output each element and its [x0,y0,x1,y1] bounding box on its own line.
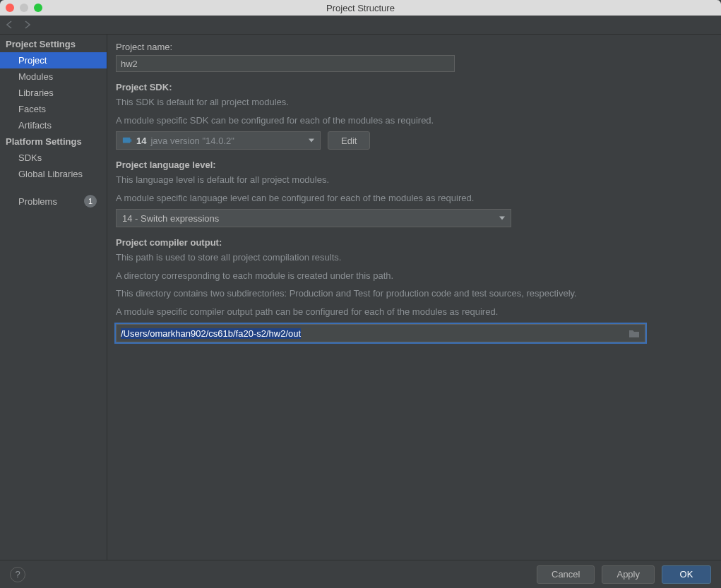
project-name-input[interactable] [116,55,455,72]
apply-button[interactable]: Apply [602,565,655,584]
sdk-help-2: A module specific SDK can be configured … [116,114,710,128]
window-title: Project Structure [0,3,721,13]
sidebar-item-global-libraries[interactable]: Global Libraries [0,166,107,182]
sidebar-item-artifacts[interactable]: Artifacts [0,117,107,133]
sidebar-item-project[interactable]: Project [0,52,107,68]
ok-button[interactable]: OK [662,565,711,584]
chevron-down-icon [309,139,314,143]
svg-rect-0 [123,138,131,143]
sidebar-item-modules[interactable]: Modules [0,68,107,85]
sdk-help-1: This SDK is default for all project modu… [116,95,710,109]
lang-help-1: This language level is default for all p… [116,173,710,187]
folder-icon[interactable] [628,328,640,338]
co-help-1: This path is used to store all project c… [116,251,710,265]
sdk-number: 14 [136,136,146,146]
project-sdk-label: Project SDK: [116,82,710,92]
content-panel: Project name: Project SDK: This SDK is d… [107,35,721,560]
sidebar-item-problems-label: Problems [18,196,57,207]
titlebar: Project Structure [0,0,721,16]
co-help-4: A module specific compiler output path c… [116,305,710,319]
nav-forward-icon[interactable] [23,20,32,29]
project-name-label: Project name: [116,42,710,52]
sidebar-header-platform-settings: Platform Settings [0,133,107,150]
sidebar-item-facets[interactable]: Facets [0,101,107,117]
sdk-version: java version "14.0.2" [150,136,234,146]
nav-arrows [0,16,721,34]
co-help-2: A directory corresponding to each module… [116,269,710,283]
co-help-3: This directory contains two subdirectori… [116,287,710,301]
chevron-down-icon [499,217,505,220]
jdk-icon [122,136,132,145]
nav-back-icon[interactable] [6,20,16,29]
language-level-value: 14 - Switch expressions [122,213,219,224]
sidebar-item-libraries[interactable]: Libraries [0,85,107,101]
dialog-footer: ? Cancel Apply OK [0,560,721,588]
compiler-output-input[interactable] [116,324,645,342]
svg-rect-1 [130,139,131,142]
language-level-label: Project language level: [116,160,710,170]
help-button[interactable]: ? [10,567,25,582]
project-sdk-combo[interactable]: 14 java version "14.0.2" [116,131,321,150]
language-level-combo[interactable]: 14 - Switch expressions [116,209,511,227]
problems-count-badge: 1 [84,195,97,208]
cancel-button[interactable]: Cancel [537,565,595,584]
lang-help-2: A module specific language level can be … [116,191,710,205]
sidebar: Project Settings Project Modules Librari… [0,35,107,560]
compiler-output-label: Project compiler output: [116,237,710,248]
sidebar-header-project-settings: Project Settings [0,36,107,52]
sidebar-item-problems[interactable]: Problems 1 [0,192,107,210]
edit-sdk-button[interactable]: Edit [328,131,370,150]
sidebar-item-sdks[interactable]: SDKs [0,150,107,166]
